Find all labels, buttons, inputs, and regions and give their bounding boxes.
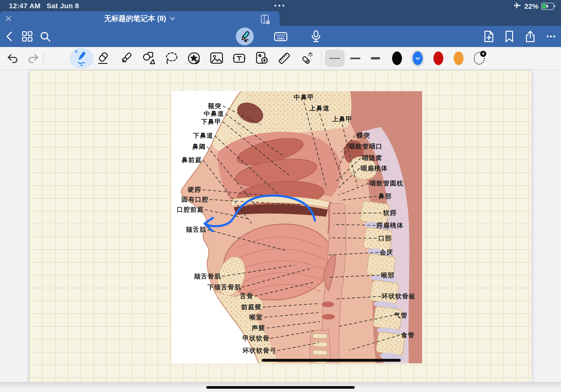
blue-stroke-annotation — [205, 196, 315, 226]
multitask-dots-icon — [274, 5, 284, 7]
highlighter-tool[interactable] — [119, 50, 134, 66]
note-canvas[interactable]: 额突中鼻道下鼻甲下鼻道鼻阈鼻前庭硬腭固有口腔口腔前庭颏舌肌颏舌骨肌下颌舌骨肌舌骨… — [0, 70, 561, 392]
more-button[interactable] — [543, 29, 558, 44]
sticker-tool[interactable] — [186, 50, 201, 66]
notebook-title[interactable]: 无标题的笔记本 (8) — [0, 11, 280, 26]
notebook-page[interactable]: 额突中鼻道下鼻甲下鼻道鼻阈鼻前庭硬腭固有口腔口腔前庭颏舌肌颏舌骨肌下颌舌骨肌舌骨… — [29, 70, 532, 382]
color-black-swatch[interactable] — [392, 52, 402, 65]
add-page-button[interactable] — [481, 29, 496, 44]
text-tool[interactable] — [232, 50, 247, 66]
pen-tool[interactable] — [74, 50, 89, 66]
battery-percent: 22% — [524, 2, 539, 10]
color-orange-swatch[interactable] — [454, 52, 464, 65]
color-blue-swatch-selected[interactable] — [413, 52, 423, 65]
status-right: 22% — [514, 1, 554, 11]
battery-charging-icon — [541, 3, 554, 10]
ruler-tool[interactable] — [277, 50, 292, 66]
pen-magnifier-tool[interactable] — [254, 50, 270, 66]
stylus-pen-icon — [238, 30, 251, 43]
status-time-date: 12:47 AMSat Jun 8 — [9, 2, 79, 10]
chevron-down-icon — [169, 15, 175, 22]
stroke-thin-button[interactable] — [325, 50, 345, 67]
status-date: Sat Jun 8 — [47, 2, 79, 10]
ribbon-divider — [321, 51, 322, 65]
anatomy-image[interactable]: 额突中鼻道下鼻甲下鼻道鼻阈鼻前庭硬腭固有口腔口腔前庭颏舌肌颏舌骨肌下颌舌骨肌舌骨… — [172, 91, 422, 363]
back-button[interactable] — [2, 29, 17, 44]
tab-bar: 无标题的笔记本 (8) — [0, 11, 561, 26]
color-red-swatch[interactable] — [433, 52, 443, 65]
notebook-tab[interactable]: 无标题的笔记本 (8) — [0, 11, 280, 26]
airplane-mode-icon — [514, 1, 521, 11]
pen-annotations — [172, 91, 422, 363]
status-time: 12:47 AM — [9, 2, 41, 10]
shapes-tool[interactable] — [141, 50, 156, 66]
plus-icon: + — [480, 51, 486, 57]
thumbnails-button[interactable] — [20, 29, 35, 44]
image-tool[interactable] — [209, 50, 224, 66]
undo-button[interactable] — [5, 50, 21, 66]
keyboard-button[interactable] — [273, 29, 288, 44]
share-button[interactable] — [523, 29, 538, 44]
redo-button[interactable] — [25, 50, 40, 66]
app-screen: 12:47 AMSat Jun 8 22% 无标题的笔记本 (8) — [0, 0, 561, 392]
status-bar: 12:47 AMSat Jun 8 22% — [0, 0, 561, 11]
stroke-medium-button[interactable] — [345, 50, 365, 67]
pen-mode-button[interactable] — [236, 28, 254, 45]
notebook-title-text: 无标题的笔记本 (8) — [104, 14, 166, 23]
tool-ribbon: + — [0, 47, 561, 70]
search-button[interactable] — [38, 29, 53, 44]
split-view-icon[interactable] — [260, 14, 271, 25]
eraser-tool[interactable] — [96, 50, 111, 66]
lasso-tool[interactable] — [164, 50, 179, 66]
main-toolbar — [0, 26, 561, 47]
bookmark-button[interactable] — [502, 29, 517, 44]
add-color-button[interactable]: + — [474, 52, 485, 65]
home-indicator[interactable] — [206, 386, 355, 389]
laser-pointer-tool[interactable] — [299, 50, 314, 66]
ribbon-divider — [43, 51, 44, 65]
stroke-thick-button[interactable] — [366, 50, 385, 67]
microphone-button[interactable] — [308, 29, 324, 44]
